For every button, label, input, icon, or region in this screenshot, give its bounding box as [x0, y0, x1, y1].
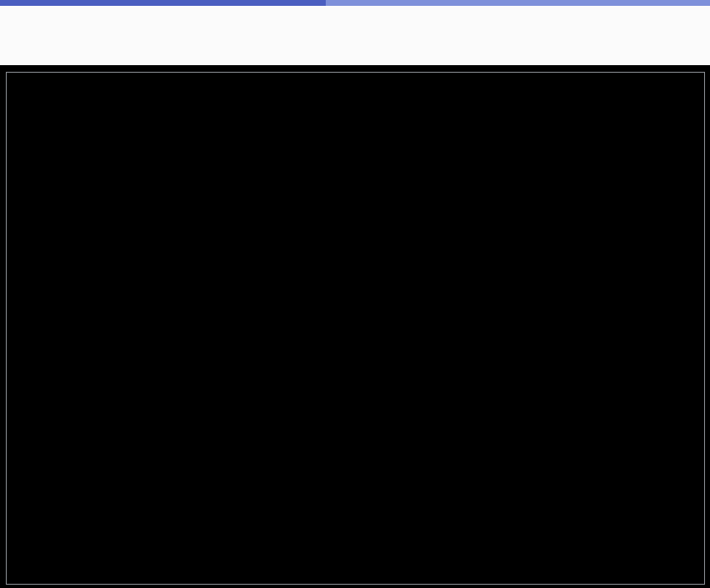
settings-column-right — [326, 12, 422, 65]
title-bar-left-segment — [0, 0, 326, 6]
spectrum-analyzer-screen — [0, 0, 710, 588]
spectrum-display — [0, 65, 710, 588]
title-bar — [0, 0, 710, 6]
spectrum-plot[interactable] — [7, 109, 257, 234]
settings-header — [0, 6, 710, 65]
title-bar-right-segment — [326, 0, 710, 6]
plot-frame — [6, 72, 705, 585]
x-axis-annotation — [7, 570, 704, 583]
settings-column-left — [10, 12, 326, 65]
